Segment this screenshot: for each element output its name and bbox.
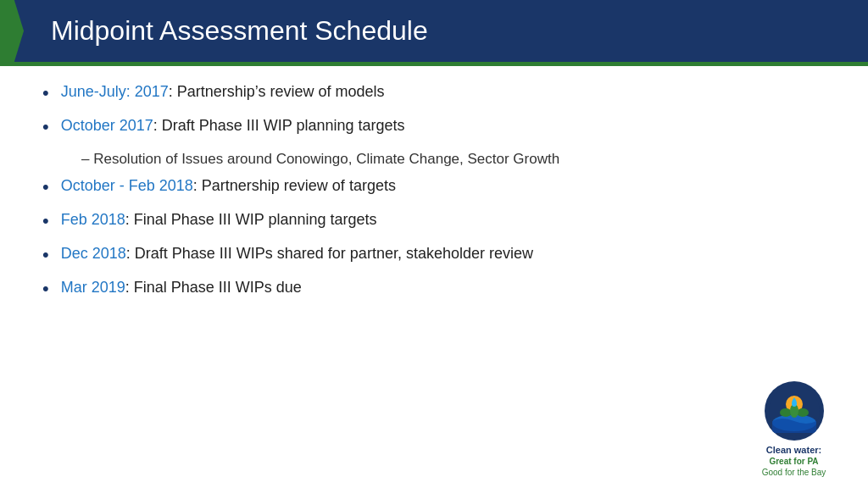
list-item: • Dec 2018: Draft Phase III WIPs shared …	[42, 243, 826, 269]
date-label: Feb 2018	[61, 211, 125, 228]
bullet-dot: •	[42, 208, 49, 235]
bullet-text: Dec 2018: Draft Phase III WIPs shared fo…	[61, 243, 826, 264]
sub-list-item: – Resolution of Issues around Conowingo,…	[75, 149, 826, 169]
list-item: • Feb 2018: Final Phase III WIP planning…	[42, 209, 826, 235]
bullet-text: June-July: 2017: Partnership’s review of…	[61, 81, 826, 103]
date-label: Mar 2019	[61, 279, 125, 296]
date-label: October 2017	[61, 117, 153, 134]
logo-circle	[765, 381, 824, 441]
bullet-body: : Final Phase III WIP planning targets	[125, 211, 377, 228]
bullet-dot: •	[42, 175, 49, 201]
bullet-dot: •	[42, 242, 49, 269]
logo-line3: Good for the Bay	[762, 467, 826, 478]
logo-text: Clean water: Great for PA Good for the B…	[762, 444, 826, 478]
bullet-text: October 2017: Draft Phase III WIP planni…	[61, 115, 826, 136]
slide: Midpoint Assessment Schedule • June-July…	[0, 0, 868, 488]
logo-container: Clean water: Great for PA Good for the B…	[745, 381, 843, 478]
logo-svg	[769, 385, 820, 436]
logo-line2: Great for PA	[762, 456, 826, 467]
bullet-text: Feb 2018: Final Phase III WIP planning t…	[61, 209, 826, 230]
bullet-list: • June-July: 2017: Partnership’s review …	[42, 81, 826, 302]
date-label: Dec 2018	[61, 245, 126, 262]
bullet-dot: •	[42, 276, 49, 302]
bullet-body: : Draft Phase III WIPs shared for partne…	[126, 245, 533, 262]
list-item: • October 2017: Draft Phase III WIP plan…	[42, 115, 826, 141]
svg-point-4	[797, 408, 809, 417]
list-item: • October - Feb 2018: Partnership review…	[42, 175, 826, 201]
sub-item-text: – Resolution of Issues around Conowingo,…	[81, 149, 559, 169]
header-bar: Midpoint Assessment Schedule	[0, 0, 868, 62]
bullet-text: Mar 2019: Final Phase III WIPs due	[61, 277, 826, 298]
svg-point-3	[780, 408, 792, 417]
slide-title: Midpoint Assessment Schedule	[51, 15, 428, 47]
date-label: June-July: 2017	[61, 83, 169, 100]
list-item: • Mar 2019: Final Phase III WIPs due	[42, 277, 826, 302]
bullet-dot: •	[42, 114, 49, 141]
bullet-body: : Partnership review of targets	[193, 177, 396, 194]
logo-line1: Clean water:	[762, 444, 826, 456]
list-item: • June-July: 2017: Partnership’s review …	[42, 81, 826, 107]
bullet-text: October - Feb 2018: Partnership review o…	[61, 175, 826, 197]
bullet-body: : Draft Phase III WIP planning targets	[153, 117, 405, 134]
content-area: • June-July: 2017: Partnership’s review …	[0, 66, 868, 319]
bullet-body: : Final Phase III WIPs due	[125, 279, 302, 296]
date-label: October - Feb 2018	[61, 177, 193, 194]
bullet-body: : Partnership’s review of models	[169, 83, 385, 100]
bullet-dot: •	[42, 80, 49, 107]
header-accent	[0, 0, 24, 62]
